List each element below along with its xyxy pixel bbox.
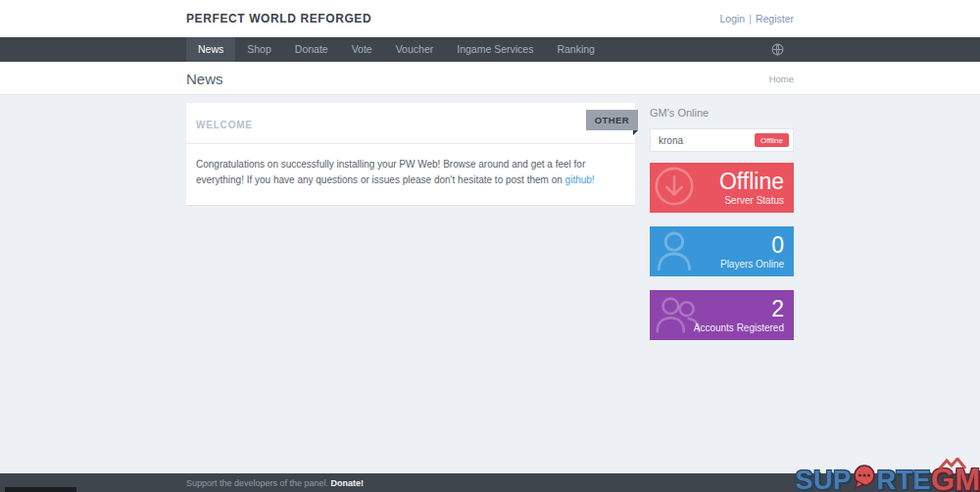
sidebar: GM's Online krona Offline Offline Server… (650, 103, 794, 354)
nav-item-donate[interactable]: Donate (283, 37, 340, 62)
auth-divider: | (749, 13, 752, 25)
top-header: PERFECT WORLD REFORGED Login|Register (0, 0, 980, 37)
welcome-panel-header: WELCOME OTHER (186, 103, 635, 144)
login-link[interactable]: Login (719, 13, 745, 25)
welcome-panel-title: WELCOME (196, 120, 253, 130)
language-globe-icon[interactable] (761, 37, 794, 62)
welcome-panel-body: Congratulations on successfully installi… (186, 144, 635, 205)
browser-link-preview-stub (5, 487, 76, 492)
gms-online-title: GM's Online (650, 107, 794, 119)
accounts-registered-card[interactable]: 2 Accounts Registered (650, 290, 794, 340)
category-badge[interactable]: OTHER (586, 110, 638, 130)
site-brand: PERFECT WORLD REFORGED (186, 12, 371, 25)
footer-support-text: Support the developers of the panel. Don… (186, 478, 364, 488)
breadcrumb[interactable]: Home (769, 74, 794, 84)
register-link[interactable]: Register (756, 13, 794, 25)
content-area: WELCOME OTHER Congratulations on success… (0, 95, 980, 473)
main-navbar: News Shop Donate Vote Voucher Ingame Ser… (0, 37, 980, 62)
nav-item-vote[interactable]: Vote (340, 37, 384, 62)
gm-status-badge: Offline (755, 133, 789, 147)
nav-item-shop[interactable]: Shop (235, 37, 283, 62)
gm-name: krona (659, 135, 683, 146)
nav-item-voucher[interactable]: Voucher (384, 37, 446, 62)
server-status-card[interactable]: Offline Server Status (650, 163, 794, 213)
users-icon (652, 290, 705, 340)
auth-links: Login|Register (719, 13, 794, 25)
gm-list-item: krona Offline (650, 128, 794, 152)
welcome-panel: WELCOME OTHER Congratulations on success… (186, 103, 635, 205)
welcome-body-text: Congratulations on successfully installi… (196, 159, 585, 185)
page-title: News (186, 71, 223, 87)
nav-item-ingame-services[interactable]: Ingame Services (445, 37, 545, 62)
footer: Support the developers of the panel. Don… (0, 473, 980, 492)
players-online-card[interactable]: 0 Players Online (650, 226, 794, 276)
github-link[interactable]: github! (565, 174, 595, 185)
arrow-down-circle-icon (652, 164, 697, 213)
nav-item-ranking[interactable]: Ranking (545, 37, 607, 62)
footer-text-label: Support the developers of the panel. (186, 478, 331, 488)
page-title-bar: News Home (0, 62, 980, 95)
donate-link[interactable]: Donate! (331, 478, 365, 488)
nav-item-news[interactable]: News (186, 37, 235, 62)
main-column: WELCOME OTHER Congratulations on success… (186, 103, 635, 354)
user-icon (652, 226, 701, 276)
